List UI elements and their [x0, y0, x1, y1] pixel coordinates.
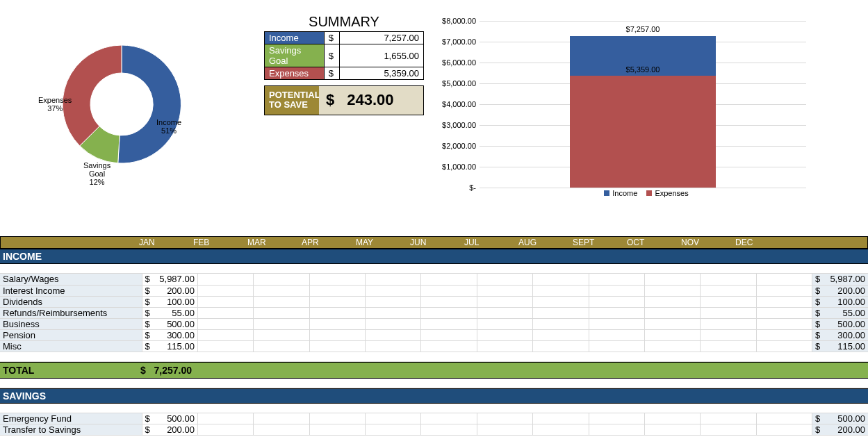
cell-empty[interactable] — [366, 340, 421, 352]
cell-empty[interactable] — [533, 413, 589, 424]
cell-empty[interactable] — [533, 329, 589, 340]
cell-empty[interactable] — [197, 424, 253, 436]
cell-empty[interactable] — [589, 274, 644, 285]
cell-empty[interactable] — [644, 424, 700, 436]
cell-empty[interactable] — [477, 274, 532, 285]
cell-jan[interactable]: $200.00 — [142, 285, 197, 296]
cell-empty[interactable] — [589, 340, 644, 352]
cell-empty[interactable] — [477, 329, 532, 340]
cell-empty[interactable] — [644, 329, 700, 340]
cell-empty[interactable] — [644, 274, 700, 285]
cell-empty[interactable] — [254, 413, 309, 424]
cell-empty[interactable] — [589, 413, 644, 424]
cell-empty[interactable] — [477, 340, 532, 352]
cell-empty[interactable] — [421, 285, 477, 296]
cell-empty[interactable] — [533, 340, 589, 352]
cell-empty[interactable] — [254, 307, 309, 318]
cell-jan[interactable]: $5,987.00 — [142, 274, 197, 285]
cell-empty[interactable] — [701, 285, 756, 296]
cell-empty[interactable] — [589, 296, 644, 307]
cell-empty[interactable] — [701, 340, 756, 352]
cell-empty[interactable] — [197, 340, 253, 352]
cell-empty[interactable] — [421, 318, 477, 329]
cell-empty[interactable] — [644, 307, 700, 318]
cell-jan[interactable]: $500.00 — [142, 413, 197, 424]
cell-empty[interactable] — [309, 285, 365, 296]
cell-empty[interactable] — [644, 340, 700, 352]
cell-empty[interactable] — [366, 424, 421, 436]
cell-empty[interactable] — [366, 274, 421, 285]
cell-empty[interactable] — [533, 307, 589, 318]
cell-empty[interactable] — [309, 307, 365, 318]
cell-empty[interactable] — [477, 318, 532, 329]
cell-jan[interactable]: $55.00 — [142, 307, 197, 318]
cell-empty[interactable] — [421, 329, 477, 340]
cell-empty[interactable] — [254, 329, 309, 340]
cell-empty[interactable] — [421, 307, 477, 318]
cell-empty[interactable] — [254, 424, 309, 436]
cell-empty[interactable] — [756, 413, 812, 424]
cell-empty[interactable] — [701, 329, 756, 340]
cell-empty[interactable] — [644, 296, 700, 307]
cell-empty[interactable] — [197, 413, 253, 424]
cell-jan[interactable]: $115.00 — [142, 340, 197, 352]
cell-empty[interactable] — [254, 274, 309, 285]
cell-empty[interactable] — [309, 413, 365, 424]
cell-empty[interactable] — [366, 318, 421, 329]
cell-empty[interactable] — [421, 340, 477, 352]
cell-empty[interactable] — [197, 274, 253, 285]
cell-empty[interactable] — [533, 274, 589, 285]
cell-empty[interactable] — [756, 340, 812, 352]
cell-empty[interactable] — [701, 413, 756, 424]
cell-empty[interactable] — [756, 307, 812, 318]
cell-empty[interactable] — [644, 285, 700, 296]
cell-empty[interactable] — [477, 296, 532, 307]
cell-empty[interactable] — [701, 318, 756, 329]
cell-empty[interactable] — [589, 329, 644, 340]
cell-jan[interactable]: $500.00 — [142, 318, 197, 329]
cell-empty[interactable] — [421, 424, 477, 436]
cell-empty[interactable] — [756, 329, 812, 340]
cell-empty[interactable] — [309, 340, 365, 352]
cell-empty[interactable] — [644, 318, 700, 329]
cell-empty[interactable] — [701, 296, 756, 307]
cell-empty[interactable] — [533, 424, 589, 436]
cell-jan[interactable]: $300.00 — [142, 329, 197, 340]
cell-empty[interactable] — [309, 329, 365, 340]
cell-empty[interactable] — [701, 307, 756, 318]
cell-empty[interactable] — [589, 285, 644, 296]
cell-empty[interactable] — [477, 413, 532, 424]
cell-empty[interactable] — [254, 296, 309, 307]
cell-empty[interactable] — [589, 318, 644, 329]
cell-empty[interactable] — [533, 296, 589, 307]
cell-empty[interactable] — [366, 307, 421, 318]
cell-empty[interactable] — [197, 318, 253, 329]
cell-empty[interactable] — [756, 318, 812, 329]
cell-empty[interactable] — [421, 413, 477, 424]
cell-empty[interactable] — [644, 413, 700, 424]
cell-empty[interactable] — [756, 274, 812, 285]
cell-empty[interactable] — [197, 329, 253, 340]
cell-empty[interactable] — [309, 296, 365, 307]
cell-empty[interactable] — [477, 424, 532, 436]
cell-empty[interactable] — [366, 413, 421, 424]
cell-empty[interactable] — [309, 424, 365, 436]
cell-empty[interactable] — [254, 318, 309, 329]
cell-jan[interactable]: $100.00 — [142, 296, 197, 307]
cell-empty[interactable] — [421, 274, 477, 285]
cell-jan[interactable]: $200.00 — [142, 424, 197, 436]
cell-empty[interactable] — [589, 307, 644, 318]
cell-empty[interactable] — [701, 424, 756, 436]
cell-empty[interactable] — [477, 307, 532, 318]
cell-empty[interactable] — [309, 318, 365, 329]
cell-empty[interactable] — [254, 340, 309, 352]
cell-empty[interactable] — [197, 307, 253, 318]
cell-empty[interactable] — [589, 424, 644, 436]
cell-empty[interactable] — [309, 274, 365, 285]
cell-empty[interactable] — [366, 296, 421, 307]
cell-empty[interactable] — [533, 285, 589, 296]
cell-empty[interactable] — [756, 296, 812, 307]
cell-empty[interactable] — [701, 274, 756, 285]
cell-empty[interactable] — [197, 285, 253, 296]
cell-empty[interactable] — [421, 296, 477, 307]
